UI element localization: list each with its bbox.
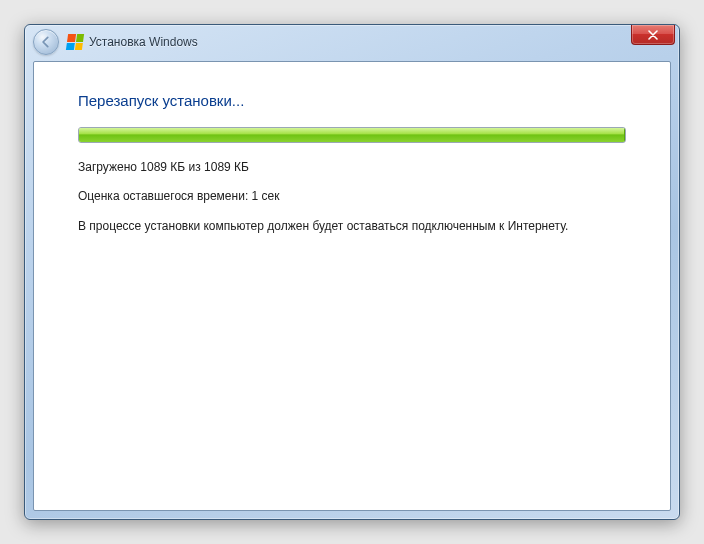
- progress-fill: [79, 128, 625, 142]
- arrow-left-icon: [39, 35, 53, 49]
- downloaded-label: Загружено 1089 КБ из 1089 КБ: [78, 159, 626, 176]
- connection-note: В процессе установки компьютер должен бу…: [78, 218, 626, 235]
- titlebar: Установка Windows: [25, 25, 679, 59]
- time-estimate-label: Оценка оставшегося времени: 1 сек: [78, 188, 626, 205]
- client-area: Перезапуск установки... Загружено 1089 К…: [33, 61, 671, 511]
- windows-logo-icon: [66, 34, 84, 50]
- close-icon: [648, 30, 658, 40]
- installer-window: Установка Windows Перезапуск установки..…: [24, 24, 680, 520]
- page-heading: Перезапуск установки...: [78, 92, 626, 109]
- back-button[interactable]: [33, 29, 59, 55]
- progress-bar: [78, 127, 626, 143]
- close-button[interactable]: [631, 25, 675, 45]
- window-title: Установка Windows: [89, 35, 198, 49]
